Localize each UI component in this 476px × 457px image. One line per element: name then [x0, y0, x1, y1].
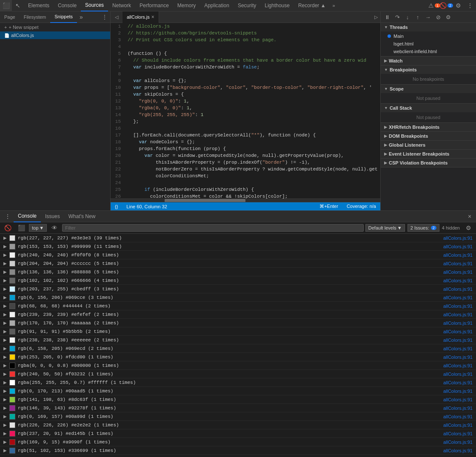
tab-recorder[interactable]: Recorder ▲ [294, 0, 330, 11]
thread-item-webclient[interactable]: webclient-infield.html [381, 48, 476, 55]
tab-lighthouse[interactable]: Lighthouse [260, 0, 294, 11]
debugger-settings-btn[interactable]: ⚙ [444, 12, 453, 22]
console-row[interactable]: ▶ rgb(169, 9, 15) #a9090f (1 times) allC… [0, 438, 476, 446]
console-row[interactable]: ▶ rgb(141, 198, 63) #8dc63f (1 times) al… [0, 395, 476, 404]
console-settings-btn[interactable]: ⚙ [462, 222, 474, 234]
console-row[interactable]: ▶ rgb(240, 240, 240) #f0f0f0 (8 times) a… [0, 251, 476, 259]
tab-network[interactable]: Network [108, 0, 135, 11]
tab-issues[interactable]: Issues [41, 211, 64, 222]
clear-console-btn[interactable]: 🚫 [2, 222, 14, 234]
console-row[interactable]: ▶ rgb(102, 102, 102) #666666 (4 times) a… [0, 276, 476, 285]
console-source-link[interactable]: allColors.js:91 [443, 355, 473, 360]
thread-item-lsget[interactable]: lsget.html [381, 40, 476, 48]
console-row[interactable]: ▶ rgb(51, 102, 153) #336699 (1 times) al… [0, 446, 476, 455]
console-row[interactable]: ▶ rgb(238, 238, 238) #eeeeee (2 times) a… [0, 336, 476, 344]
sidebar-more-icon[interactable]: » [77, 14, 86, 20]
tab-application[interactable]: Application [200, 0, 234, 11]
console-source-link[interactable]: allColors.js:91 [443, 389, 473, 394]
tab-close-icon[interactable]: × [151, 14, 154, 20]
console-source-link[interactable]: allColors.js:91 [443, 448, 473, 453]
tab-filesystem[interactable]: Filesystem [20, 11, 51, 23]
console-source-link[interactable]: allColors.js:91 [443, 414, 473, 419]
tab-console-main[interactable]: Console [14, 211, 41, 222]
console-row[interactable]: ▶ rgb(203, 237, 255) #cbedff (3 times) a… [0, 285, 476, 293]
console-source-link[interactable]: allColors.js:91 [443, 236, 473, 241]
issues-btn[interactable]: 2 Issues: 2 [408, 224, 439, 232]
step-btn[interactable]: → [423, 12, 433, 22]
console-source-link[interactable]: allColors.js:91 [443, 329, 473, 334]
tab-memory[interactable]: Memory [173, 0, 200, 11]
console-row[interactable]: ▶ rgb(153, 153, 153) #999999 (11 times) … [0, 242, 476, 251]
new-snippet-button[interactable]: + + New snippet [0, 23, 110, 31]
console-row[interactable]: ▶ rgb(253, 205, 0) #fdcd00 (1 times) all… [0, 353, 476, 361]
console-menu-icon[interactable]: ⋮ [2, 211, 14, 222]
console-row[interactable]: ▶ rgb(170, 170, 170) #aaaaaa (2 times) a… [0, 319, 476, 327]
console-row[interactable]: ▶ rgb(0, 169, 157) #00a99d (1 times) all… [0, 412, 476, 421]
console-row[interactable]: ▶ rgb(237, 20, 91) #ed145b (1 times) all… [0, 429, 476, 438]
tab-elements[interactable]: Elements [24, 0, 54, 11]
step-over-btn[interactable]: ↷ [393, 12, 402, 22]
tab-performance[interactable]: Performance [135, 0, 173, 11]
console-source-link[interactable]: allColors.js:91 [443, 346, 473, 351]
console-source-link[interactable]: allColors.js:91 [443, 431, 473, 436]
console-source-link[interactable]: allColors.js:91 [443, 406, 473, 411]
console-row[interactable]: ▶ rgb(6, 156, 206) #069cce (3 times) all… [0, 293, 476, 302]
console-source-link[interactable]: allColors.js:91 [443, 278, 473, 283]
editor-tab-allcolors[interactable]: allColors.js × [123, 11, 159, 23]
console-row[interactable]: ▶ rgb(146, 39, 143) #92278f (1 times) al… [0, 404, 476, 412]
eye-icon-btn[interactable]: 👁 [48, 222, 60, 234]
console-source-link[interactable]: allColors.js:91 [443, 423, 473, 428]
file-item-allcolors[interactable]: 📄 allColors.js [0, 31, 110, 39]
more-tabs-icon[interactable]: » [330, 3, 338, 8]
tab-sources[interactable]: Sources [81, 0, 108, 11]
console-source-link[interactable]: allColors.js:91 [443, 304, 473, 309]
csp-header[interactable]: ▶ CSP Violation Breakpoints [381, 159, 476, 167]
console-row[interactable]: ▶ rgb(136, 136, 136) #888888 (5 times) a… [0, 268, 476, 276]
console-source-link[interactable]: allColors.js:91 [443, 397, 473, 402]
editor-scrollbar[interactable] [111, 199, 380, 202]
step-out-btn[interactable]: ↑ [413, 12, 422, 22]
console-close-btn[interactable]: × [465, 212, 474, 221]
console-source-link[interactable]: allColors.js:91 [443, 363, 473, 368]
console-row[interactable]: ▶ rgb(68, 68, 68) #444444 (2 times) allC… [0, 302, 476, 310]
console-row[interactable]: ▶ rgba(255, 255, 255, 0.7) #ffffff (1 ti… [0, 378, 476, 387]
console-sidebar-btn[interactable]: ⬛ [15, 222, 27, 234]
collapse-panel-btn[interactable]: ◁ [111, 11, 123, 23]
console-row[interactable]: ▶ rgb(0, 170, 213) #00aad5 (1 times) all… [0, 387, 476, 395]
deactivate-btn[interactable]: ⊘ [433, 12, 443, 22]
tab-snippets[interactable]: Snippets [50, 11, 77, 23]
dom-header[interactable]: ▶ DOM Breakpoints [381, 132, 476, 140]
console-source-link[interactable]: allColors.js:91 [443, 380, 473, 385]
dock-icon[interactable]: ⬛ [0, 0, 12, 11]
console-source-link[interactable]: allColors.js:91 [443, 321, 473, 326]
console-row[interactable]: ▶ rgb(91, 91, 91) #5b5b5b (2 times) allC… [0, 327, 476, 336]
error-btn[interactable]: 🚫2 [440, 0, 452, 11]
console-output[interactable]: ▶ rgb(227, 227, 227) #e3e3e3 (39 times) … [0, 234, 476, 457]
call-stack-header[interactable]: ▼ Call Stack [381, 104, 476, 112]
default-levels-btn[interactable]: Default levels ▼ [365, 224, 405, 232]
console-source-link[interactable]: allColors.js:91 [443, 372, 473, 377]
console-source-link[interactable]: allColors.js:91 [443, 244, 473, 249]
console-source-link[interactable]: allColors.js:91 [443, 261, 473, 266]
console-source-link[interactable]: allColors.js:91 [443, 440, 473, 445]
console-row[interactable]: ▶ rgb(227, 227, 227) #e3e3e3 (39 times) … [0, 234, 476, 242]
event-listener-header[interactable]: ▶ Event Listener Breakpoints [381, 150, 476, 158]
watch-header[interactable]: ▶ Watch [381, 57, 476, 65]
tab-security[interactable]: Security [234, 0, 260, 11]
pause-btn[interactable]: ⏸ [382, 12, 392, 22]
tab-whats-new[interactable]: What's New [64, 211, 100, 222]
global-listeners-header[interactable]: ▶ Global Listeners [381, 141, 476, 149]
scope-header[interactable]: ▼ Scope [381, 85, 476, 93]
console-source-link[interactable]: allColors.js:91 [443, 253, 473, 258]
console-row[interactable]: ▶ rgb(6, 158, 205) #069ecd (2 times) all… [0, 344, 476, 353]
console-row[interactable]: ▶ rgb(239, 239, 239) #efefef (2 times) a… [0, 310, 476, 319]
settings-btn[interactable]: ⚙ [452, 0, 464, 11]
tab-console[interactable]: Console [54, 0, 81, 11]
more-options-btn[interactable]: ⋮ [464, 0, 476, 11]
threads-header[interactable]: ▼ Threads [381, 23, 476, 31]
console-source-link[interactable]: allColors.js:91 [443, 295, 473, 300]
tab-page[interactable]: Page [0, 11, 20, 23]
console-source-link[interactable]: allColors.js:91 [443, 287, 473, 292]
warning-btn[interactable]: ⚠1 [428, 0, 440, 11]
top-level-selector[interactable]: top ▼ [29, 224, 47, 232]
